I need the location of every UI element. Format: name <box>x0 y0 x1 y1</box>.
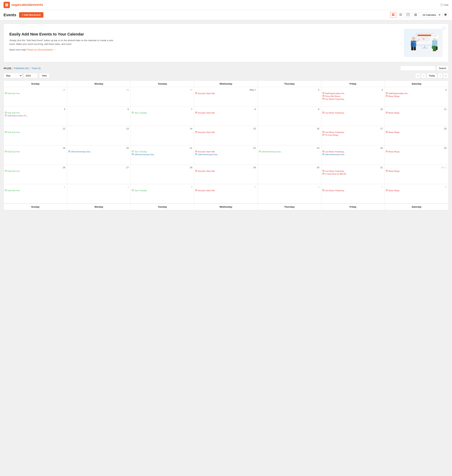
next-page-button[interactable]: › <box>438 73 442 78</box>
calendar-cell[interactable]: 10Live Music Featuring ... <box>321 106 385 126</box>
event-item[interactable]: Prime Rib Dinner <box>322 95 384 97</box>
event-item[interactable]: 10th Anniversary Extr... <box>322 153 384 156</box>
calendar-cell[interactable]: 5Kids Eat FreeStaff Appreciation Pa... <box>4 106 67 126</box>
event-item[interactable]: Acoustic Open Mic <box>195 150 257 153</box>
event-item[interactable]: Music Bingo <box>386 170 447 172</box>
filter-published-link[interactable]: Published (10) <box>14 67 29 70</box>
event-item[interactable]: Acoustic Open Mic <box>195 189 257 192</box>
calendar-cell[interactable]: 7Taco Tuesday <box>131 106 194 126</box>
docs-link[interactable]: Read our Documentation → <box>27 48 56 51</box>
event-item[interactable]: Acoustic Open Mic <box>195 112 257 114</box>
month-view-icon-button[interactable] <box>390 12 396 18</box>
calendar-cell[interactable]: 29Acoustic Open Mic <box>194 165 258 184</box>
calendar-cell[interactable]: 3Staff Appreciation Pa...Prime Rib Dinne… <box>321 87 385 106</box>
calendar-cell[interactable]: 2010th Anniversary Extr... <box>67 145 131 165</box>
event-item[interactable]: 10th Anniversary Extr... <box>132 153 193 156</box>
calendar-cell[interactable]: 8Acoustic Open Mic <box>194 106 258 126</box>
calendar-cell[interactable]: 12Kids Eat Free <box>4 126 67 145</box>
event-item[interactable]: Music Bingo <box>386 95 447 97</box>
list-view-icon-button[interactable] <box>412 12 419 18</box>
event-item[interactable]: Taco Tuesday <box>132 150 193 153</box>
event-item[interactable]: Acoustic Open Mic <box>195 131 257 133</box>
search-input[interactable] <box>400 66 436 71</box>
view-button[interactable]: View <box>39 73 49 78</box>
search-button[interactable]: Search <box>437 66 448 71</box>
calendar-cell[interactable]: 31Live Music Featuring ...2 Cand Dine fo… <box>321 165 385 184</box>
event-item[interactable]: 10th Anniversary Extr... <box>195 153 257 156</box>
calendar-cell[interactable]: 6 <box>258 184 321 204</box>
event-item[interactable]: Live Music Featuring ... <box>322 170 384 172</box>
event-item[interactable]: Music Bingo <box>386 189 447 192</box>
event-item[interactable]: Acoustic Open Mic <box>195 170 257 172</box>
calendar-cell[interactable]: 29 <box>67 87 131 106</box>
add-new-event-button[interactable]: + Add New Event <box>19 12 43 18</box>
filter-trash-link[interactable]: Trash (2) <box>31 67 41 70</box>
event-item[interactable]: 10th Anniversary Extr... <box>259 150 320 153</box>
calendar-cell[interactable]: 30 <box>131 87 194 106</box>
calendar-cell[interactable]: 2 <box>258 87 321 106</box>
banner-close-button[interactable]: × <box>442 26 446 30</box>
help-link[interactable]: ? Help <box>440 4 448 6</box>
event-item[interactable]: Live Music Featuring ... <box>322 189 384 192</box>
calendar-cell[interactable]: 19Kids Eat Free <box>4 145 67 165</box>
all-calendars-dropdown[interactable]: All Calendars <box>420 12 441 18</box>
event-item[interactable]: Kids Eat Free <box>5 170 66 172</box>
calendar-cell[interactable]: 28 <box>131 165 194 184</box>
event-item[interactable]: Live Music Featuring ... <box>322 131 384 133</box>
calendar-cell[interactable]: Jun 1Music Bingo <box>385 165 448 184</box>
calendar-cell[interactable]: May 1Acoustic Open Mic <box>194 87 258 106</box>
calendar-cell[interactable]: 24Live Music Featuring ...10th Anniversa… <box>321 145 385 165</box>
event-item[interactable]: Taco Tuesday <box>132 189 193 192</box>
day-view-icon-button[interactable] <box>405 12 411 18</box>
calendar-cell[interactable]: 7Live Music Featuring ... <box>321 184 385 204</box>
year-input[interactable]: 2024 <box>24 73 38 78</box>
calendar-cell[interactable]: 16 <box>258 126 321 145</box>
event-item[interactable]: Live Music Featuring ... <box>322 112 384 114</box>
calendar-cell[interactable]: 4Staff Appreciation Pa...Music Bingo <box>385 87 448 106</box>
event-item[interactable]: Taco Tuesday <box>132 112 193 114</box>
event-item[interactable]: Live Music Featuring ... <box>322 98 384 100</box>
event-item[interactable]: Acoustic Open Mic <box>195 92 257 94</box>
month-select[interactable]: JanuaryFebruaryMarchApril MayJuneJulyAug… <box>4 73 22 78</box>
settings-button[interactable] <box>442 12 448 18</box>
calendar-cell[interactable]: 17Live Music Featuring ...75 Cent Wings <box>321 126 385 145</box>
calendar-cell[interactable]: 4Taco Tuesday <box>131 184 194 204</box>
calendar-cell[interactable]: 15Acoustic Open Mic <box>194 126 258 145</box>
calendar-cell[interactable]: 5Acoustic Open Mic <box>194 184 258 204</box>
filter-all-link[interactable]: All (12) <box>4 67 11 70</box>
event-item[interactable]: Kids Eat Free <box>5 131 66 133</box>
prev-page-button[interactable]: ‹ <box>421 73 426 78</box>
calendar-cell[interactable]: 14 <box>131 126 194 145</box>
calendar-cell[interactable]: 18Music Bingo <box>385 126 448 145</box>
calendar-cell[interactable]: 2Kids Eat Free <box>4 184 67 204</box>
calendar-cell[interactable]: 26Kids Eat Free <box>4 165 67 184</box>
week-view-icon-button[interactable] <box>398 12 404 18</box>
last-page-button[interactable]: » <box>443 73 448 78</box>
calendar-cell[interactable]: 13 <box>67 126 131 145</box>
event-item[interactable]: Music Bingo <box>386 131 447 133</box>
event-item[interactable]: Kids Eat Free <box>5 112 66 114</box>
event-item[interactable]: Staff Appreciation Pa... <box>322 92 384 94</box>
first-page-button[interactable]: « <box>415 73 420 78</box>
calendar-cell[interactable]: 25Music Bingo <box>385 145 448 165</box>
calendar-cell[interactable]: 27 <box>67 165 131 184</box>
calendar-cell[interactable]: 2310th Anniversary Extr... <box>258 145 321 165</box>
calendar-cell[interactable]: 3 <box>67 184 131 204</box>
event-item[interactable]: Kids Eat Free <box>5 92 66 94</box>
calendar-cell[interactable]: 8Music Bingo <box>385 184 448 204</box>
event-item[interactable]: Music Bingo <box>386 112 447 114</box>
calendar-cell[interactable]: 11Music Bingo <box>385 106 448 126</box>
event-item[interactable]: Live Music Featuring ... <box>322 150 384 153</box>
calendar-cell[interactable]: 9 <box>258 106 321 126</box>
calendar-cell[interactable]: 21Taco Tuesday10th Anniversary Extr... <box>131 145 194 165</box>
calendar-cell[interactable]: 22Acoustic Open Mic10th Anniversary Extr… <box>194 145 258 165</box>
event-item[interactable]: Kids Eat Free <box>5 189 66 192</box>
event-item[interactable]: 75 Cent Wings <box>322 134 384 136</box>
event-item[interactable]: Staff Appreciation Pa... <box>386 92 447 94</box>
calendar-cell[interactable]: 6 <box>67 106 131 126</box>
calendar-cell[interactable]: 30 <box>258 165 321 184</box>
calendar-cell[interactable]: 28Kids Eat Free <box>4 87 67 106</box>
event-item[interactable]: Staff Appreciation Pa... <box>5 114 66 117</box>
event-item[interactable]: Music Bingo <box>386 150 447 153</box>
event-item[interactable]: 10th Anniversary Extr... <box>68 150 130 153</box>
